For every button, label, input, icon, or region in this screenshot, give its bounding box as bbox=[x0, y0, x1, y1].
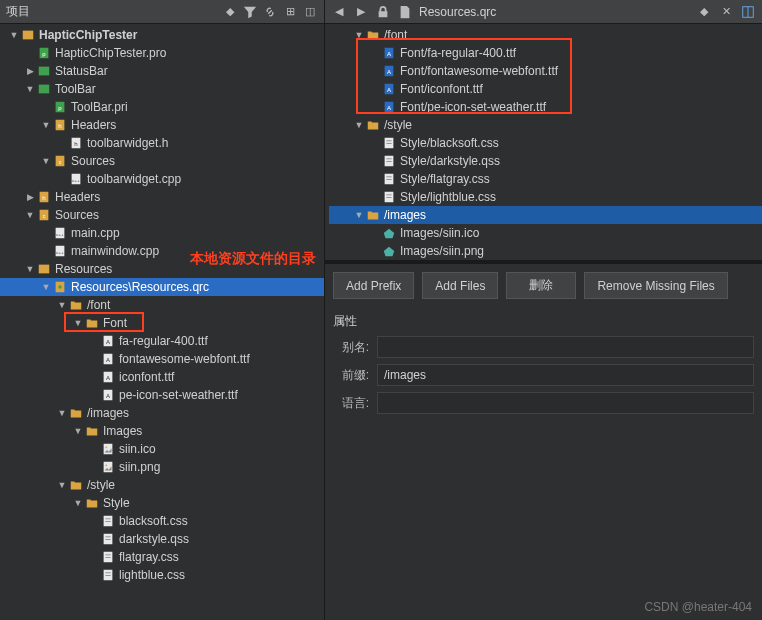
tree-item[interactable]: ▶hHeaders bbox=[0, 188, 324, 206]
tree-item[interactable]: ▶Ape-icon-set-weather.ttf bbox=[0, 386, 324, 404]
tree-item-label: Font/fontawesome-webfont.ttf bbox=[400, 64, 558, 78]
tree-item[interactable]: ▼Resources bbox=[0, 260, 324, 278]
close-tab-icon[interactable]: ✕ bbox=[718, 4, 734, 20]
collapse-arrow-icon[interactable]: ▼ bbox=[8, 30, 20, 40]
tree-item[interactable]: ▶pToolBar.pri bbox=[0, 98, 324, 116]
tree-item[interactable]: ▼/images bbox=[0, 404, 324, 422]
collapse-arrow-icon[interactable]: ▼ bbox=[353, 210, 365, 220]
tree-item[interactable]: ▶Afa-regular-400.ttf bbox=[0, 332, 324, 350]
tree-item[interactable]: ▶AFont/fa-regular-400.ttf bbox=[329, 44, 762, 62]
collapse-arrow-icon[interactable]: ▼ bbox=[24, 264, 36, 274]
editor-tab-label[interactable]: Resources.qrc bbox=[419, 5, 690, 19]
alias-input[interactable] bbox=[377, 336, 754, 358]
tab-menu-icon[interactable]: ◆ bbox=[696, 4, 712, 20]
resource-tree[interactable]: ▼/font▶AFont/fa-regular-400.ttf▶AFont/fo… bbox=[325, 24, 762, 260]
collapse-arrow-icon[interactable]: ▼ bbox=[24, 210, 36, 220]
tree-item[interactable]: ▶Afontawesome-webfont.ttf bbox=[0, 350, 324, 368]
tree-item[interactable]: ▼ToolBar bbox=[0, 80, 324, 98]
tree-item[interactable]: ▼/style bbox=[329, 116, 762, 134]
tree-item[interactable]: ▼HapticChipTester bbox=[0, 26, 324, 44]
remove-missing-button[interactable]: Remove Missing Files bbox=[584, 272, 727, 299]
tree-item[interactable]: ▼/font bbox=[0, 296, 324, 314]
collapse-arrow-icon[interactable]: ▼ bbox=[56, 300, 68, 310]
tree-item[interactable]: ▶AFont/pe-icon-set-weather.ttf bbox=[329, 98, 762, 116]
tree-item-label: toolbarwidget.cpp bbox=[87, 172, 181, 186]
tree-item[interactable]: ▼cSources bbox=[0, 206, 324, 224]
tree-item[interactable]: ▶siin.ico bbox=[0, 440, 324, 458]
tree-item[interactable]: ▶c++toolbarwidget.cpp bbox=[0, 170, 324, 188]
add-files-button[interactable]: Add Files bbox=[422, 272, 498, 299]
tree-item-label: Images/siin.ico bbox=[400, 226, 479, 240]
watermark: CSDN @heater-404 bbox=[644, 600, 752, 614]
tree-item[interactable]: ▼Images bbox=[0, 422, 324, 440]
project-tree[interactable]: ▼HapticChipTester▶pHapticChipTester.pro▶… bbox=[0, 24, 324, 620]
collapse-arrow-icon[interactable]: ▼ bbox=[56, 480, 68, 490]
tree-item[interactable]: ▼Font bbox=[0, 314, 324, 332]
lang-input[interactable] bbox=[377, 392, 754, 414]
tree-item[interactable]: ▶flatgray.css bbox=[0, 548, 324, 566]
lock-icon[interactable] bbox=[375, 4, 391, 20]
tree-item[interactable]: ▶Images/siin.png bbox=[329, 242, 762, 260]
tree-item[interactable]: ▶Aiconfont.ttf bbox=[0, 368, 324, 386]
tree-item[interactable]: ▶htoolbarwidget.h bbox=[0, 134, 324, 152]
split-icon[interactable]: ◫ bbox=[302, 4, 318, 20]
tree-item[interactable]: ▼Resources\Resources.qrc bbox=[0, 278, 324, 296]
nav-fwd-icon[interactable]: ▶ bbox=[353, 4, 369, 20]
collapse-arrow-icon[interactable]: ▼ bbox=[72, 498, 84, 508]
tree-item[interactable]: ▶c++main.cpp bbox=[0, 224, 324, 242]
collapse-arrow-icon[interactable]: ▼ bbox=[40, 282, 52, 292]
tree-item[interactable]: ▶AFont/iconfont.ttf bbox=[329, 80, 762, 98]
tree-item[interactable]: ▼/images bbox=[329, 206, 762, 224]
tree-item[interactable]: ▶StatusBar bbox=[0, 62, 324, 80]
tree-item[interactable]: ▶darkstyle.qss bbox=[0, 530, 324, 548]
tree-item[interactable]: ▶pHapticChipTester.pro bbox=[0, 44, 324, 62]
tree-item[interactable]: ▶Style/darkstyle.qss bbox=[329, 152, 762, 170]
collapse-arrow-icon[interactable]: ▼ bbox=[40, 156, 52, 166]
svg-point-25 bbox=[58, 285, 62, 289]
ttf-icon: A bbox=[100, 334, 116, 348]
tree-item[interactable]: ▶Style/lightblue.css bbox=[329, 188, 762, 206]
tree-item[interactable]: ▶AFont/fontawesome-webfont.ttf bbox=[329, 62, 762, 80]
tree-item[interactable]: ▶Images/siin.ico bbox=[329, 224, 762, 242]
svg-text:p: p bbox=[58, 104, 62, 111]
collapse-arrow-icon[interactable]: ▼ bbox=[72, 426, 84, 436]
link-icon[interactable] bbox=[262, 4, 278, 20]
collapse-arrow-icon[interactable]: ▼ bbox=[56, 408, 68, 418]
tree-item-label: Sources bbox=[55, 208, 99, 222]
tree-item[interactable]: ▼/style bbox=[0, 476, 324, 494]
tree-item[interactable]: ▶Style/flatgray.css bbox=[329, 170, 762, 188]
collapse-arrow-icon[interactable]: ▼ bbox=[353, 30, 365, 40]
svg-text:c++: c++ bbox=[72, 178, 80, 183]
tree-item[interactable]: ▼Style bbox=[0, 494, 324, 512]
tree-item[interactable]: ▼/font bbox=[329, 26, 762, 44]
tree-item[interactable]: ▶siin.png bbox=[0, 458, 324, 476]
collapse-arrow-icon[interactable]: ▼ bbox=[24, 84, 36, 94]
nav-back-icon[interactable]: ◀ bbox=[331, 4, 347, 20]
res-icon bbox=[36, 262, 52, 276]
tree-item-label: darkstyle.qss bbox=[119, 532, 189, 546]
add-prefix-button[interactable]: Add Prefix bbox=[333, 272, 414, 299]
tree-item[interactable]: ▶c++mainwindow.cpp bbox=[0, 242, 324, 260]
tree-item-label: Sources bbox=[71, 154, 115, 168]
tree-item-label: Style/flatgray.css bbox=[400, 172, 490, 186]
dropdown-icon[interactable]: ◆ bbox=[222, 4, 238, 20]
tree-item[interactable]: ▼hHeaders bbox=[0, 116, 324, 134]
tree-item-label: StatusBar bbox=[55, 64, 108, 78]
collapse-arrow-icon[interactable]: ▼ bbox=[72, 318, 84, 328]
css-icon bbox=[381, 172, 397, 186]
collapse-arrow-icon[interactable]: ▼ bbox=[353, 120, 365, 130]
collapse-arrow-icon[interactable]: ▼ bbox=[40, 120, 52, 130]
split-editor-icon[interactable] bbox=[740, 4, 756, 20]
expand-arrow-icon[interactable]: ▶ bbox=[24, 66, 36, 76]
tree-item[interactable]: ▶blacksoft.css bbox=[0, 512, 324, 530]
tree-item[interactable]: ▶lightblue.css bbox=[0, 566, 324, 584]
tree-item[interactable]: ▼cSources bbox=[0, 152, 324, 170]
prefix-input[interactable] bbox=[377, 364, 754, 386]
filter-icon[interactable] bbox=[242, 4, 258, 20]
expand-arrow-icon[interactable]: ▶ bbox=[24, 192, 36, 202]
tree-item-label: main.cpp bbox=[71, 226, 120, 240]
delete-button[interactable]: 删除 bbox=[506, 272, 576, 299]
img2-icon bbox=[381, 226, 397, 240]
add-icon[interactable]: ⊞ bbox=[282, 4, 298, 20]
tree-item[interactable]: ▶Style/blacksoft.css bbox=[329, 134, 762, 152]
